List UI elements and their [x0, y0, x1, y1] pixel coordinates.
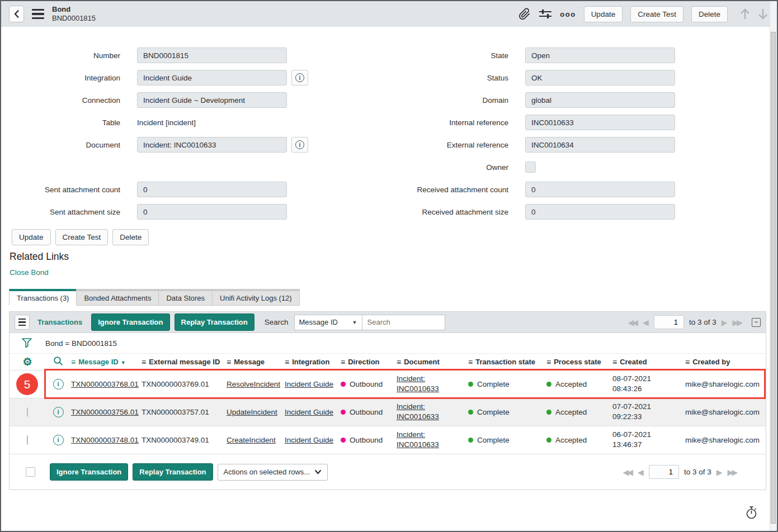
- integration-info-button[interactable]: i: [291, 70, 308, 86]
- document-link[interactable]: Incident: INC0010633: [397, 402, 445, 422]
- row-select-checkbox[interactable]: [27, 407, 28, 417]
- column-menu-icon[interactable]: ≡: [612, 358, 617, 367]
- list-context-menu-icon[interactable]: [15, 315, 30, 330]
- integration-link[interactable]: Incident Guide: [285, 436, 333, 444]
- column-menu-icon[interactable]: ≡: [341, 358, 345, 367]
- column-menu-icon[interactable]: ≡: [227, 358, 231, 367]
- message-id-link[interactable]: TXN0000003756.01: [71, 408, 139, 416]
- attachment-paperclip-icon[interactable]: [518, 8, 531, 20]
- status-field[interactable]: [525, 70, 675, 86]
- domain-field[interactable]: [525, 92, 675, 108]
- integration-link[interactable]: Incident Guide: [285, 408, 333, 416]
- response-time-stopwatch-icon[interactable]: [745, 506, 758, 521]
- next-page-icon[interactable]: ▶: [722, 318, 728, 327]
- connection-label: Connection: [1, 96, 120, 104]
- replay-transaction-button-bottom[interactable]: Replay Transaction: [133, 463, 213, 481]
- column-menu-icon[interactable]: ≡: [468, 358, 473, 367]
- previous-record-arrow-icon[interactable]: [739, 7, 751, 21]
- search-field-select[interactable]: Message ID ▼: [294, 315, 362, 330]
- last-page-icon[interactable]: ▶▶: [732, 318, 741, 327]
- next-record-arrow-icon[interactable]: [757, 7, 769, 21]
- delete-button-bottom[interactable]: Delete: [112, 229, 149, 245]
- tab-transactions[interactable]: Transactions (3): [9, 289, 76, 306]
- page-number-input[interactable]: [649, 465, 679, 479]
- bond-form: Number Integration i Connection Table In…: [1, 44, 778, 223]
- more-options-icon[interactable]: ooo: [560, 10, 576, 18]
- search-input[interactable]: [362, 315, 445, 330]
- tab-data-stores[interactable]: Data Stores: [158, 289, 212, 306]
- column-header-document[interactable]: ≡Document: [397, 354, 468, 370]
- collapse-list-icon[interactable]: −: [752, 318, 761, 327]
- received-attachment-count-field[interactable]: [525, 182, 675, 197]
- replay-transaction-button[interactable]: Replay Transaction: [175, 314, 254, 331]
- column-header-message-id[interactable]: ≡Message ID▼: [71, 354, 142, 370]
- column-header-integration[interactable]: ≡Integration: [285, 354, 341, 370]
- create-test-button-bottom[interactable]: Create Test: [55, 229, 109, 245]
- actions-on-selected-rows-select[interactable]: Actions on selected rows...: [218, 464, 328, 481]
- filter-breadcrumb[interactable]: Bond = BND0001815: [45, 339, 117, 348]
- select-all-checkbox[interactable]: [26, 467, 35, 477]
- next-page-icon[interactable]: ▶: [716, 468, 723, 477]
- close-bond-link[interactable]: Close Bond: [10, 268, 49, 277]
- column-menu-icon[interactable]: ≡: [685, 358, 690, 367]
- row-select-checkbox[interactable]: [27, 435, 28, 445]
- list-personalize-gear-icon[interactable]: ⚙: [22, 356, 32, 368]
- tab-bonded-attachments[interactable]: Bonded Attachments: [76, 289, 158, 306]
- previous-page-icon[interactable]: ◀: [638, 468, 644, 477]
- row-info-icon[interactable]: i: [53, 407, 64, 417]
- previous-page-icon[interactable]: ◀: [643, 318, 649, 327]
- tab-unifi-activity-logs[interactable]: Unifi Activity Logs (12): [212, 289, 300, 306]
- row-info-icon[interactable]: i: [53, 435, 64, 445]
- number-field[interactable]: [137, 48, 287, 63]
- external-reference-field[interactable]: [525, 137, 675, 153]
- internal-reference-field[interactable]: [525, 115, 675, 130]
- document-info-button[interactable]: i: [291, 137, 308, 153]
- column-header-message[interactable]: ≡Message: [227, 354, 285, 370]
- column-header-direction[interactable]: ≡Direction: [341, 354, 397, 370]
- list-filter-row: Bond = BND0001815: [10, 333, 766, 354]
- ignore-transaction-button[interactable]: Ignore Transaction: [91, 314, 169, 331]
- column-menu-icon[interactable]: ≡: [397, 358, 401, 367]
- document-link[interactable]: Incident: INC0010633: [397, 430, 445, 450]
- message-link[interactable]: CreateIncident: [227, 436, 276, 444]
- integration-link[interactable]: Incident Guide: [285, 380, 333, 388]
- back-button[interactable]: [9, 6, 24, 22]
- message-id-link[interactable]: TXN0000003768.01: [71, 380, 139, 388]
- message-link[interactable]: UpdateIncident: [227, 408, 277, 416]
- column-menu-icon[interactable]: ≡: [71, 358, 76, 367]
- first-page-icon[interactable]: ◀◀: [623, 468, 632, 477]
- message-id-link[interactable]: TXN0000003748.01: [71, 436, 139, 444]
- page-number-input[interactable]: [654, 315, 684, 329]
- column-menu-icon[interactable]: ≡: [546, 358, 551, 367]
- first-page-icon[interactable]: ◀◀: [628, 318, 637, 327]
- update-button[interactable]: Update: [584, 6, 623, 22]
- column-header-created[interactable]: ≡Created: [612, 354, 685, 370]
- filter-funnel-icon[interactable]: [21, 337, 33, 349]
- delete-button[interactable]: Delete: [691, 6, 728, 22]
- page-scrollbar-thumb[interactable]: [771, 32, 776, 524]
- connection-field[interactable]: [137, 92, 287, 108]
- update-button-bottom[interactable]: Update: [12, 229, 51, 245]
- sent-attachment-size-field[interactable]: [137, 204, 287, 220]
- integration-field[interactable]: [137, 70, 287, 86]
- column-header-process-state[interactable]: ≡Process state: [546, 354, 612, 370]
- message-link[interactable]: ResolveIncident: [227, 380, 280, 388]
- received-attachment-size-field[interactable]: [525, 204, 675, 220]
- ignore-transaction-button-bottom[interactable]: Ignore Transaction: [50, 463, 128, 481]
- last-page-icon[interactable]: ▶▶: [727, 468, 736, 477]
- column-header-transaction-state[interactable]: ≡Transaction state: [468, 354, 546, 370]
- column-header-external-message-id[interactable]: ≡External message ID: [142, 354, 227, 370]
- row-info-icon[interactable]: i: [53, 379, 64, 390]
- column-header-created-by[interactable]: ≡Created by: [685, 354, 766, 370]
- document-field[interactable]: [137, 137, 287, 153]
- column-menu-icon[interactable]: ≡: [285, 358, 289, 367]
- document-link[interactable]: Incident: INC0010633: [397, 374, 445, 394]
- form-context-menu-icon[interactable]: [32, 9, 44, 20]
- column-menu-icon[interactable]: ≡: [142, 358, 146, 367]
- owner-field[interactable]: [525, 162, 536, 173]
- state-field[interactable]: [525, 48, 675, 63]
- create-test-button[interactable]: Create Test: [630, 6, 683, 22]
- personalize-form-sliders-icon[interactable]: [539, 8, 552, 20]
- sent-attachment-count-field[interactable]: [137, 182, 287, 197]
- row-search-icon[interactable]: [53, 356, 63, 366]
